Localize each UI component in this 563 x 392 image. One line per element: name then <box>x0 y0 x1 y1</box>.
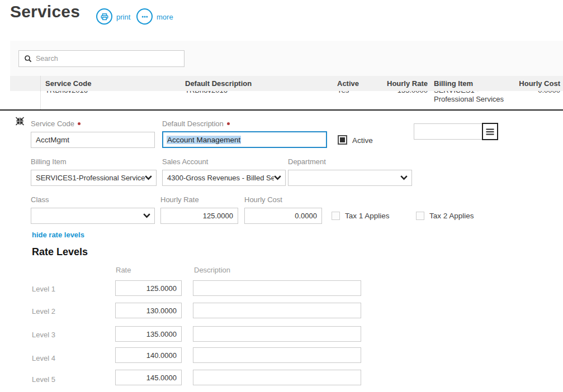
level-2-rate-input[interactable] <box>115 303 182 318</box>
level-1-label: Level 1 <box>32 285 55 293</box>
department-select[interactable] <box>288 170 412 186</box>
hide-rate-levels-link[interactable]: hide rate levels <box>32 231 84 239</box>
page-title: Services <box>10 2 80 21</box>
description-column-label: Description <box>194 266 230 274</box>
level-3-label: Level 3 <box>32 331 55 339</box>
printer-icon <box>100 12 109 21</box>
required-dot <box>227 122 230 125</box>
service-code-input[interactable] <box>31 132 155 148</box>
billing-item-select[interactable]: SERVICES1-Professional Services <box>31 170 157 186</box>
sales-account-value: 4300-Gross Revenues - Billed Ser <box>167 174 274 182</box>
row-hourly-rate: 155.0000 <box>372 91 428 95</box>
class-select[interactable] <box>31 208 155 224</box>
lookup-field[interactable] <box>414 123 482 140</box>
level-5-rate-input[interactable] <box>115 370 182 385</box>
department-label: Department <box>288 157 326 166</box>
tax2-checkbox[interactable] <box>416 212 424 220</box>
chevron-down-icon <box>400 175 408 180</box>
col-hourly-cost[interactable]: Hourly Cost <box>517 79 563 88</box>
grid-form-divider <box>0 109 563 111</box>
required-dot <box>78 122 81 125</box>
ellipsis-icon <box>140 12 149 21</box>
col-billing-item[interactable]: Billing Item <box>428 79 517 88</box>
default-description-label: Default Description <box>162 119 230 128</box>
tax1-checkbox[interactable] <box>332 212 340 220</box>
level-4-rate-input[interactable] <box>115 347 182 363</box>
sales-account-label: Sales Account <box>162 157 208 166</box>
chevron-down-icon <box>274 175 281 180</box>
level-1-description-input[interactable] <box>193 280 361 296</box>
search-box[interactable] <box>18 50 184 67</box>
rate-levels-heading: Rate Levels <box>32 246 88 258</box>
hourly-cost-input[interactable] <box>244 208 322 224</box>
collapse-icon <box>15 117 25 126</box>
row-service-code: TRBnov2016 <box>45 91 181 95</box>
hourly-rate-label: Hourly Rate <box>160 195 199 204</box>
row-billing-item: SERVICES1 - Professional Services <box>434 91 517 104</box>
active-checkbox-fill <box>340 137 345 142</box>
level-2-description-input[interactable] <box>193 303 361 318</box>
level-1-rate-input[interactable] <box>115 280 182 296</box>
col-service-code[interactable]: Service Code <box>41 79 181 88</box>
selected-text: Account Management <box>167 136 241 144</box>
row-default-description: TRBnov2016 <box>185 91 333 95</box>
chevron-down-icon <box>145 175 152 180</box>
billing-item-label: Billing Item <box>31 157 67 166</box>
service-code-label-text: Service Code <box>31 119 74 128</box>
search-input[interactable] <box>36 55 184 63</box>
grid-header-spacer <box>10 76 41 91</box>
level-4-label: Level 4 <box>32 354 55 362</box>
tax1-label: Tax 1 Applies <box>345 212 390 220</box>
col-default-description[interactable]: Default Description <box>181 79 333 88</box>
row-active: Yes <box>337 91 372 95</box>
level-4-description-input[interactable] <box>193 347 361 363</box>
default-description-label-text: Default Description <box>162 119 224 128</box>
chevron-down-icon <box>143 213 150 218</box>
billing-item-value: SERVICES1-Professional Services <box>36 174 145 182</box>
level-3-rate-input[interactable] <box>115 326 182 342</box>
print-button[interactable] <box>96 8 112 25</box>
tax2-label: Tax 2 Applies <box>429 212 474 220</box>
class-label: Class <box>31 195 49 204</box>
lookup-menu-button[interactable] <box>482 123 498 140</box>
table-row[interactable]: TRBnov2016 TRBnov2016 Yes 155.0000 SERVI… <box>10 91 563 109</box>
level-2-label: Level 2 <box>32 307 55 315</box>
col-hourly-rate[interactable]: Hourly Rate <box>372 79 428 88</box>
sales-account-select[interactable]: 4300-Gross Revenues - Billed Ser <box>162 170 286 186</box>
level-3-description-input[interactable] <box>193 326 361 342</box>
active-checkbox[interactable] <box>338 135 347 145</box>
row-hourly-cost: 0.0000 <box>517 91 560 95</box>
hourly-cost-label: Hourly Cost <box>244 195 282 204</box>
search-icon <box>24 55 32 63</box>
hamburger-icon <box>486 128 494 136</box>
collapse-button[interactable] <box>15 117 25 128</box>
service-code-label: Service Code <box>31 119 81 128</box>
more-button[interactable] <box>136 8 153 25</box>
hourly-rate-input[interactable] <box>160 208 238 224</box>
level-5-description-input[interactable] <box>193 370 361 385</box>
grid-header-row: Service Code Default Description Active … <box>10 76 563 91</box>
level-5-label: Level 5 <box>32 375 55 384</box>
row-spacer <box>10 91 41 109</box>
col-active[interactable]: Active <box>333 79 372 88</box>
rate-column-label: Rate <box>116 266 131 274</box>
active-label: Active <box>352 136 373 145</box>
more-label[interactable]: more <box>157 13 173 21</box>
print-label[interactable]: print <box>116 13 130 21</box>
default-description-input[interactable]: Account Management <box>162 131 327 148</box>
